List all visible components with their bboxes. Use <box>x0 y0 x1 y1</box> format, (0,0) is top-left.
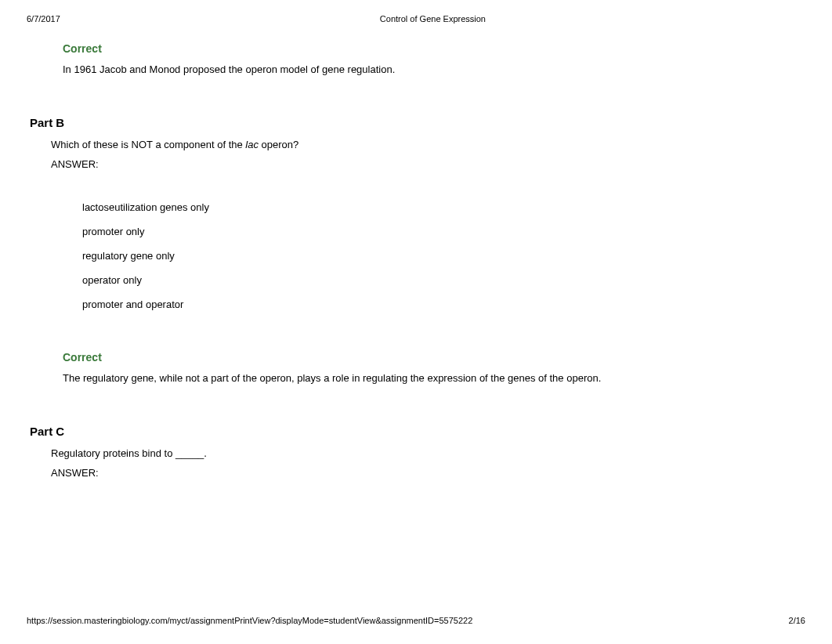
option-item: promoter and operator <box>82 298 802 310</box>
part-c-heading: Part C <box>30 425 802 438</box>
option-item: regulatory gene only <box>82 250 802 262</box>
answer-label: ANSWER: <box>51 158 802 170</box>
page-footer: https://session.masteringbiology.com/myc… <box>27 616 805 625</box>
content-area: Correct In 1961 Jacob and Monod proposed… <box>30 42 802 487</box>
header-date: 6/7/2017 <box>27 14 60 24</box>
options-list: lactoseutilization genes only promoter o… <box>82 201 802 310</box>
explanation-text: In 1961 Jacob and Monod proposed the ope… <box>63 63 802 77</box>
question-suffix: operon? <box>259 139 298 150</box>
question-prefix: Which of these is NOT a component of the <box>51 139 245 150</box>
correct-badge: Correct <box>63 42 802 55</box>
answer-label: ANSWER: <box>51 467 802 479</box>
explanation-text: The regulatory gene, while not a part of… <box>63 371 802 385</box>
part-b-heading: Part B <box>30 116 802 129</box>
footer-page: 2/16 <box>789 616 805 625</box>
header-title: Control of Gene Expression <box>27 14 805 24</box>
option-item: lactoseutilization genes only <box>82 201 802 213</box>
option-item: operator only <box>82 274 802 286</box>
page-header: 6/7/2017 Control of Gene Expression <box>27 14 805 24</box>
correct-badge: Correct <box>63 351 802 364</box>
question-italic: lac <box>245 139 259 150</box>
part-c-question: Regulatory proteins bind to _____. <box>51 447 802 459</box>
option-item: promoter only <box>82 226 802 237</box>
part-b-question: Which of these is NOT a component of the… <box>51 139 802 150</box>
footer-url: https://session.masteringbiology.com/myc… <box>27 616 472 625</box>
